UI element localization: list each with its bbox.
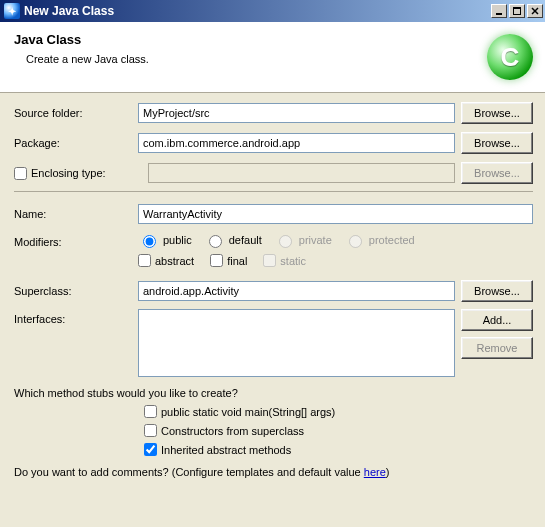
stub-main[interactable]: public static void main(String[] args) bbox=[144, 405, 523, 418]
modifier-protected: protected bbox=[344, 232, 415, 248]
package-label: Package: bbox=[14, 137, 132, 149]
superclass-input[interactable] bbox=[138, 281, 455, 301]
window-controls bbox=[491, 4, 543, 18]
interfaces-add-button[interactable]: Add... bbox=[461, 309, 533, 331]
enclosing-type-checkbox[interactable] bbox=[14, 167, 27, 180]
banner-heading: Java Class bbox=[14, 32, 487, 47]
superclass-label: Superclass: bbox=[14, 285, 132, 297]
package-browse-button[interactable]: Browse... bbox=[461, 132, 533, 154]
source-folder-label: Source folder: bbox=[14, 107, 132, 119]
stub-constructors[interactable]: Constructors from superclass bbox=[144, 424, 523, 437]
interfaces-list[interactable] bbox=[138, 309, 455, 377]
modifier-abstract[interactable]: abstract bbox=[138, 254, 194, 267]
comments-question: Do you want to add comments? (Configure … bbox=[14, 466, 533, 478]
window-title: New Java Class bbox=[24, 4, 491, 18]
package-input[interactable] bbox=[138, 133, 455, 153]
source-folder-input[interactable] bbox=[138, 103, 455, 123]
enclosing-type-label: Enclosing type: bbox=[31, 167, 106, 179]
modifier-private: private bbox=[274, 232, 332, 248]
enclosing-type-checkbox-label[interactable]: Enclosing type: bbox=[14, 167, 132, 180]
stub-inherited[interactable]: Inherited abstract methods bbox=[144, 443, 523, 456]
source-folder-browse-button[interactable]: Browse... bbox=[461, 102, 533, 124]
separator bbox=[14, 191, 533, 192]
banner-subtitle: Create a new Java class. bbox=[26, 53, 487, 65]
interfaces-label: Interfaces: bbox=[14, 309, 132, 325]
name-input[interactable] bbox=[138, 204, 533, 224]
banner: Java Class Create a new Java class. C bbox=[0, 22, 545, 93]
class-icon: C bbox=[487, 34, 533, 80]
interfaces-remove-button: Remove bbox=[461, 337, 533, 359]
title-bar: ✦ New Java Class bbox=[0, 0, 545, 22]
method-stubs-question: Which method stubs would you like to cre… bbox=[14, 387, 533, 399]
superclass-browse-button[interactable]: Browse... bbox=[461, 280, 533, 302]
name-label: Name: bbox=[14, 208, 132, 220]
maximize-button[interactable] bbox=[509, 4, 525, 18]
enclosing-browse-button: Browse... bbox=[461, 162, 533, 184]
modifier-default[interactable]: default bbox=[204, 232, 262, 248]
close-button[interactable] bbox=[527, 4, 543, 18]
modifier-static: static bbox=[263, 254, 306, 267]
minimize-button[interactable] bbox=[491, 4, 507, 18]
enclosing-type-input bbox=[148, 163, 455, 183]
svg-rect-0 bbox=[496, 13, 502, 15]
svg-rect-2 bbox=[513, 7, 521, 9]
configure-templates-link[interactable]: here bbox=[364, 466, 386, 478]
modifiers-label: Modifiers: bbox=[14, 232, 132, 248]
modifier-final[interactable]: final bbox=[210, 254, 247, 267]
wizard-icon: ✦ bbox=[4, 3, 20, 19]
modifier-public[interactable]: public bbox=[138, 232, 192, 248]
